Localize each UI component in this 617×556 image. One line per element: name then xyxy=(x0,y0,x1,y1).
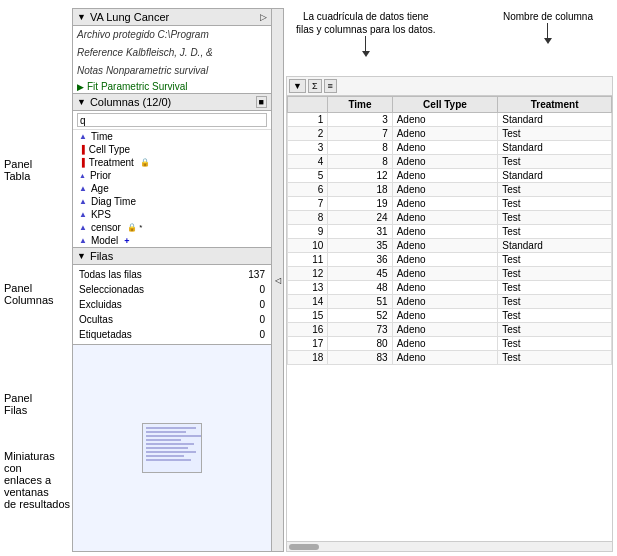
rows-dropdown-arrow[interactable]: ▼ xyxy=(77,251,86,261)
column-item-celltype[interactable]: ▐ Cell Type xyxy=(73,143,271,156)
rows-panel-header[interactable]: ▼ Filas xyxy=(73,248,271,265)
col-header-treatment[interactable]: Treatment xyxy=(498,97,612,113)
cell-treatment: Standard xyxy=(498,113,612,127)
column-list: ▲ Time ▐ Cell Type ▐ Treatment 🔒 ▲ Pr xyxy=(73,130,271,247)
cell-rownum: 10 xyxy=(288,239,328,253)
cell-treatment: Test xyxy=(498,295,612,309)
cell-celltype: Adeno xyxy=(392,295,498,309)
cell-rownum: 8 xyxy=(288,211,328,225)
table-row[interactable]: 10 35 Adeno Standard xyxy=(288,239,612,253)
table-row[interactable]: 17 80 Adeno Test xyxy=(288,337,612,351)
table-row[interactable]: 7 19 Adeno Test xyxy=(288,197,612,211)
row-etiquetadas: Etiquetadas 0 xyxy=(77,327,267,342)
col-header-celltype[interactable]: Cell Type xyxy=(392,97,498,113)
col-header-time[interactable]: Time xyxy=(328,97,392,113)
scroll-thumb[interactable] xyxy=(289,544,319,550)
mini-thumbnail[interactable] xyxy=(142,423,202,473)
column-item-censor[interactable]: ▲ censor 🔒 * xyxy=(73,221,271,234)
cell-rownum: 13 xyxy=(288,281,328,295)
panel-tabla-label: Panel Tabla xyxy=(4,158,72,182)
sum-btn[interactable]: Σ xyxy=(308,79,322,93)
arrowhead-col xyxy=(544,38,552,44)
table-row[interactable]: 4 8 Adeno Test xyxy=(288,155,612,169)
cell-treatment: Standard xyxy=(498,239,612,253)
table-panel: ▼ VA Lung Cancer ▷ Archivo protegido C:\… xyxy=(73,9,271,94)
row-ocultas: Ocultas 0 xyxy=(77,312,267,327)
column-search-input[interactable] xyxy=(77,113,267,127)
expand-arrow[interactable]: ▷ xyxy=(260,12,267,22)
cell-time: 35 xyxy=(328,239,392,253)
column-item-kps[interactable]: ▲ KPS xyxy=(73,208,271,221)
sort-btn[interactable]: ≡ xyxy=(324,79,337,93)
table-row[interactable]: 18 83 Adeno Test xyxy=(288,351,612,365)
cell-treatment: Test xyxy=(498,225,612,239)
column-item-time[interactable]: ▲ Time xyxy=(73,130,271,143)
cell-time: 80 xyxy=(328,337,392,351)
arrow-down-col xyxy=(547,23,548,38)
table-row[interactable]: 12 45 Adeno Test xyxy=(288,267,612,281)
cell-celltype: Adeno xyxy=(392,113,498,127)
cell-time: 18 xyxy=(328,183,392,197)
columns-panel-title: Columnas (12/0) xyxy=(90,96,252,108)
cell-time: 31 xyxy=(328,225,392,239)
cell-time: 8 xyxy=(328,141,392,155)
triangle-icon-7: ▲ xyxy=(79,236,87,245)
mini-lines xyxy=(143,424,201,466)
table-panel-header[interactable]: ▼ VA Lung Cancer ▷ xyxy=(73,9,271,26)
fit-link-text: Fit Parametric Survival xyxy=(87,81,188,92)
panel-tabla-text: Panel xyxy=(4,158,72,170)
column-item-model[interactable]: ▲ Model + xyxy=(73,234,271,247)
columns-dropdown-arrow[interactable]: ▼ xyxy=(77,97,86,107)
column-item-prior[interactable]: ▲ Prior xyxy=(73,169,271,182)
bar-icon-2: ▐ xyxy=(79,158,85,167)
cell-time: 48 xyxy=(328,281,392,295)
cell-celltype: Adeno xyxy=(392,337,498,351)
dropdown-arrow[interactable]: ▼ xyxy=(77,12,86,22)
filter-btn[interactable]: ▼ xyxy=(289,79,306,93)
bar-icon: ▐ xyxy=(79,145,85,154)
table-row[interactable]: 16 73 Adeno Test xyxy=(288,323,612,337)
table-row[interactable]: 8 24 Adeno Test xyxy=(288,211,612,225)
column-search-row[interactable] xyxy=(73,111,271,130)
rows-panel-title: Filas xyxy=(90,250,267,262)
cell-time: 19 xyxy=(328,197,392,211)
table-row[interactable]: 14 51 Adeno Test xyxy=(288,295,612,309)
columns-settings-icon[interactable]: ■ xyxy=(256,96,267,108)
cell-treatment: Test xyxy=(498,351,612,365)
cell-celltype: Adeno xyxy=(392,141,498,155)
table-row[interactable]: 2 7 Adeno Test xyxy=(288,127,612,141)
triangle-icon-3: ▲ xyxy=(79,184,87,193)
horizontal-scrollbar[interactable] xyxy=(286,542,613,552)
table-row[interactable]: 5 12 Adeno Standard xyxy=(288,169,612,183)
table-row[interactable]: 15 52 Adeno Test xyxy=(288,309,612,323)
cell-time: 12 xyxy=(328,169,392,183)
cell-treatment: Test xyxy=(498,281,612,295)
column-item-age[interactable]: ▲ Age xyxy=(73,182,271,195)
cell-celltype: Adeno xyxy=(392,323,498,337)
table-panel-title: VA Lung Cancer xyxy=(90,11,256,23)
triangle-icon-4: ▲ xyxy=(79,197,87,206)
table-row[interactable]: 6 18 Adeno Test xyxy=(288,183,612,197)
columns-panel-header[interactable]: ▼ Columnas (12/0) ■ xyxy=(73,94,271,111)
cell-treatment: Test xyxy=(498,337,612,351)
table-row[interactable]: 9 31 Adeno Test xyxy=(288,225,612,239)
arrowhead-grid xyxy=(362,51,370,57)
panel-tabla-text2: Tabla xyxy=(4,170,72,182)
triangle-icon-2: ▲ xyxy=(79,172,86,179)
table-row[interactable]: 13 48 Adeno Test xyxy=(288,281,612,295)
collapse-arrow[interactable]: ◁ xyxy=(272,8,284,552)
triangle-icon: ▲ xyxy=(79,132,87,141)
mini-panel[interactable] xyxy=(73,344,271,551)
column-item-diagtime[interactable]: ▲ Diag Time xyxy=(73,195,271,208)
cell-celltype: Adeno xyxy=(392,197,498,211)
miniaturas-label: Miniaturas con enlaces a ventanas de res… xyxy=(4,450,72,510)
table-row[interactable]: 1 3 Adeno Standard xyxy=(288,113,612,127)
row-seleccionadas: Seleccionadas 0 xyxy=(77,282,267,297)
data-table-container[interactable]: Time Cell Type Treatment 1 3 Adeno Stand… xyxy=(286,95,613,542)
cell-time: 3 xyxy=(328,113,392,127)
table-row[interactable]: 11 36 Adeno Test xyxy=(288,253,612,267)
fit-parametric-link[interactable]: ▶ Fit Parametric Survival xyxy=(73,80,271,93)
table-row[interactable]: 3 8 Adeno Standard xyxy=(288,141,612,155)
grid-toolbar[interactable]: ▼ Σ ≡ xyxy=(286,76,613,95)
column-item-treatment[interactable]: ▐ Treatment 🔒 xyxy=(73,156,271,169)
